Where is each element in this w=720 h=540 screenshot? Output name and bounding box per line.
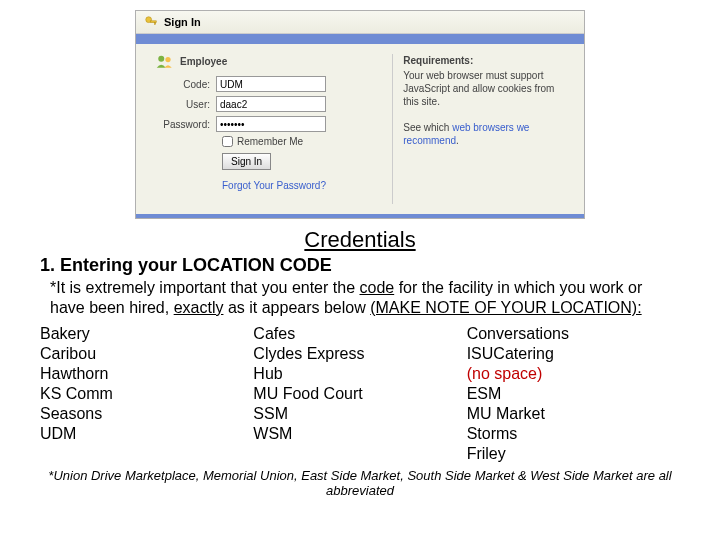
codes-col-1: Bakery Caribou Hawthorn KS Comm Seasons … [40,324,253,464]
codes-col-3: Conversations ISUCatering (no space) ESM… [467,324,680,464]
code-item: WSM [253,424,466,444]
code-item: Friley [467,444,680,464]
codes-col-2: Cafes Clydes Express Hub MU Food Court S… [253,324,466,464]
code-input[interactable] [216,76,326,92]
employee-header: Employee [156,54,392,68]
key-icon [144,15,158,29]
code-item: Seasons [40,404,253,424]
code-label: Code: [156,79,216,90]
user-input[interactable] [216,96,326,112]
instruction-text: *It is extremely important that you ente… [50,278,670,318]
remember-checkbox[interactable] [222,136,233,147]
code-item: Cafes [253,324,466,344]
svg-point-4 [165,57,170,62]
people-icon [156,54,174,68]
signin-title: Sign In [164,16,201,28]
code-item: Clydes Express [253,344,466,364]
titlebar: Sign In [136,11,584,34]
user-label: User: [156,99,216,110]
employee-label: Employee [180,56,227,67]
password-input[interactable] [216,116,326,132]
requirements-text: Your web browser must support JavaScript… [403,70,554,107]
code-item: Conversations [467,324,680,344]
code-item: ISUCatering (no space) [467,344,680,384]
signin-button[interactable]: Sign In [222,153,271,170]
code-item: Caribou [40,344,253,364]
nospace-note: (no space) [467,364,680,384]
code-item: SSM [253,404,466,424]
requirements-text2b: . [456,135,459,146]
header-bar [136,34,584,44]
step-heading: 1. Entering your LOCATION CODE [40,255,680,276]
code-item: Storms [467,424,680,444]
svg-rect-2 [155,23,156,25]
password-label: Password: [156,119,216,130]
remember-label: Remember Me [237,136,303,147]
code-item: Hawthorn [40,364,253,384]
code-item: MU Food Court [253,384,466,404]
requirements-text2a: See which [403,122,452,133]
svg-point-3 [158,56,164,62]
requirements-panel: Requirements: Your web browser must supp… [392,54,572,204]
code-item: Hub [253,364,466,384]
code-item: ESM [467,384,680,404]
code-item: UDM [40,424,253,444]
abbreviation-footnote: *Union Drive Marketplace, Memorial Union… [40,468,680,498]
code-item: KS Comm [40,384,253,404]
location-codes: Bakery Caribou Hawthorn KS Comm Seasons … [40,324,680,464]
code-item: MU Market [467,404,680,424]
requirements-heading: Requirements: [403,54,572,67]
footer-bar [136,214,584,218]
page-title: Credentials [40,227,680,253]
code-item: Bakery [40,324,253,344]
signin-screenshot: Sign In Employee Code: [135,10,585,219]
forgot-password-link[interactable]: Forgot Your Password? [222,180,392,191]
